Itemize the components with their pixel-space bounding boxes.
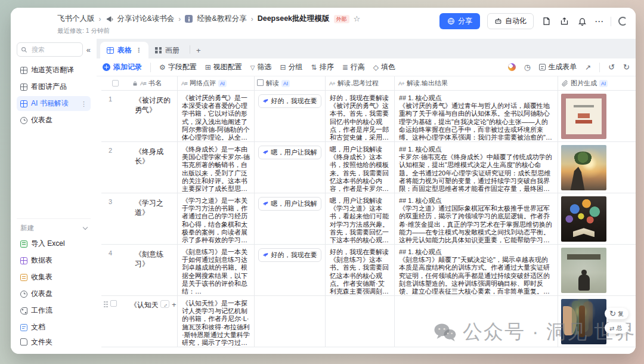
cell-image[interactable] bbox=[558, 142, 630, 193]
generated-image[interactable] bbox=[561, 299, 606, 344]
cell-title[interactable]: 《认知天性》 bbox=[129, 296, 178, 347]
cell-review[interactable]: 《终身成长》是一本由美国心理学家卡罗尔-德韦克所著的畅销书，自出版以来，受到了广… bbox=[178, 142, 255, 193]
new-item-datatable[interactable]: 数据表 bbox=[17, 253, 91, 268]
cell-jiedu[interactable]: 嗯，用户让我解读... bbox=[255, 142, 326, 193]
sidebar-item-product[interactable]: 看图讲产品 bbox=[17, 79, 91, 94]
plus-icon[interactable] bbox=[172, 300, 177, 309]
cell-output[interactable]: ## 1. 核心观点 《学习之道》通过国际象棋冠军和太极推手世界冠军的双重经历，… bbox=[395, 193, 558, 244]
cell-title[interactable]: 《终身成长》 bbox=[129, 142, 178, 193]
cell-output[interactable]: ## 1. 核心观点 《刻意练习》颠覆了"天赋决定论"，揭示卓越表现的本质是高度… bbox=[395, 245, 558, 295]
new-item-form[interactable]: 收集表 bbox=[17, 270, 91, 285]
undo-icon[interactable] bbox=[608, 63, 615, 71]
row-selector[interactable]: 1 bbox=[101, 91, 129, 141]
group-button[interactable]: 分组 bbox=[280, 62, 303, 72]
cell-jiedu[interactable] bbox=[255, 296, 326, 347]
column-header-image[interactable]: 图片生成 AI bbox=[558, 76, 630, 90]
quick-action-summarize[interactable]: 总 bbox=[605, 322, 628, 334]
cell-title[interactable]: 《学习之道》 bbox=[129, 193, 178, 244]
new-item-dashboard[interactable]: 仪表盘 bbox=[17, 286, 91, 301]
generate-form-button[interactable]: 生成表单 bbox=[539, 62, 577, 72]
column-header-review[interactable]: A≡ 网络点评 AI bbox=[178, 76, 255, 90]
open-external-icon[interactable] bbox=[559, 16, 569, 27]
row-selector[interactable] bbox=[101, 296, 129, 347]
new-item-import-excel[interactable]: 导入 Excel bbox=[17, 236, 91, 251]
search-input[interactable] bbox=[30, 45, 66, 54]
fill-color-button[interactable]: 填色 bbox=[373, 62, 395, 72]
redo-icon[interactable] bbox=[623, 63, 630, 71]
more-icon[interactable] bbox=[135, 46, 142, 54]
sidebar-item-dashboard[interactable]: 仪表盘 bbox=[17, 113, 91, 128]
cell-review[interactable]: 《学习之道》是一本关于学习方法的书籍，作者通过自己的学习经历和心得，结合象棋和太… bbox=[178, 193, 255, 244]
ai-result-chip[interactable]: 好的，我现在要解... bbox=[258, 248, 321, 262]
quick-action-copy[interactable]: 复 bbox=[605, 308, 628, 319]
cell-output[interactable]: ## 1. 核心观点 卡罗尔·德韦克在《终身成长》中颠覆了传统成功学的认知框架，… bbox=[395, 142, 558, 193]
drag-handle-icon[interactable] bbox=[104, 301, 108, 308]
docs-icon[interactable] bbox=[541, 16, 552, 27]
avatar-ring-icon[interactable] bbox=[618, 17, 627, 26]
cell-review[interactable]: 《被讨厌的勇气》是一本深受读者喜爱的心理学书籍，它以对话的形式，深入浅出地阐述了… bbox=[178, 91, 255, 141]
sort-button[interactable]: 排序 bbox=[311, 62, 334, 72]
more-icon[interactable] bbox=[80, 100, 87, 108]
ai-result-chip[interactable]: 嗯，用户让我解读... bbox=[258, 197, 321, 211]
cell-image[interactable] bbox=[558, 245, 630, 295]
document-title[interactable]: Deepseek批处理模版 bbox=[258, 14, 330, 24]
share-view-icon[interactable] bbox=[585, 64, 591, 71]
star-icon[interactable] bbox=[354, 14, 361, 23]
column-header-title[interactable]: A≡ 书名 bbox=[129, 76, 178, 90]
cell-output[interactable]: ## 1. 核心观点 《被讨厌的勇气》通过青年与哲人的对话，颠覆性地重构了关于幸… bbox=[395, 91, 558, 141]
column-header-jiedu[interactable]: 解读 AI bbox=[255, 76, 326, 90]
collapse-sidebar-icon[interactable] bbox=[86, 44, 91, 55]
generated-image[interactable] bbox=[561, 196, 606, 242]
generated-image[interactable] bbox=[561, 145, 606, 190]
row-checkbox[interactable] bbox=[110, 300, 117, 307]
tab-grid-view[interactable]: 表格 bbox=[100, 42, 148, 58]
cell-thinking[interactable]: 嗯，用户让我解读《学习之道》这本书，看起来他们可能对学习方法感兴趣。首先，我需要… bbox=[326, 193, 395, 244]
search-box[interactable] bbox=[17, 42, 83, 57]
new-item-folder[interactable]: 文件夹 bbox=[17, 337, 91, 347]
cell-review[interactable]: 《刻意练习》是一本关于如何通过刻意练习达到卓越成就的书籍。根据全网搜索结果，以下… bbox=[178, 245, 255, 295]
sidebar-item-translate[interactable]: 地道英语翻译 bbox=[17, 63, 91, 78]
cell-jiedu[interactable]: 好的，我现在要解... bbox=[255, 91, 326, 141]
row-selector[interactable]: 2 bbox=[101, 142, 129, 193]
ai-result-chip[interactable]: 好的，我现在要解... bbox=[258, 94, 321, 108]
field-config-button[interactable]: 字段配置 bbox=[159, 62, 197, 72]
tab-gallery-view[interactable]: 画册 bbox=[148, 42, 186, 58]
select-all-checkbox[interactable] bbox=[112, 80, 119, 87]
generated-image[interactable] bbox=[561, 248, 606, 293]
row-height-button[interactable]: 行高 bbox=[342, 62, 365, 72]
cell-thinking[interactable]: 嗯，用户让我解读《终身成长》这本书，按照他给的模板来。首先，我需要回忆这本书的核… bbox=[326, 142, 395, 193]
filter-button[interactable]: 筛选 bbox=[250, 62, 272, 72]
cell-thinking[interactable] bbox=[326, 296, 395, 347]
new-item-workflow[interactable]: 工作流 bbox=[17, 303, 91, 318]
row-selector[interactable]: 4 bbox=[101, 245, 129, 295]
cell-review[interactable]: 《认知天性》是一本探讨人类学习与记忆机制的书籍，作者丹尼尔·L·施瓦茨和彼得·布… bbox=[178, 296, 255, 347]
column-header-thinking[interactable]: A+ 解读.思考过程 bbox=[326, 76, 395, 90]
ai-result-chip[interactable]: 嗯，用户让我解读... bbox=[258, 146, 321, 159]
share-button[interactable]: 分享 bbox=[439, 13, 480, 29]
cell-image[interactable] bbox=[558, 91, 630, 141]
add-view-button[interactable] bbox=[196, 45, 201, 55]
sidebar-item-ai-books[interactable]: AI 书籍解读 bbox=[17, 96, 91, 111]
view-config-button[interactable]: 视图配置 bbox=[205, 62, 242, 72]
cell-thinking[interactable]: 好的，我现在要解读《刻意练习》这本书。首先，我需要回忆这本书的核心观点。作者安德… bbox=[326, 245, 395, 295]
row-selector[interactable]: 3 bbox=[101, 193, 129, 244]
cell-thinking[interactable]: 好的，我现在要解读《被讨厌的勇气》这本书。首先，我需要回忆书中的核心观点，作者是… bbox=[326, 91, 395, 141]
breadcrumb-folder[interactable]: 经验&教程分享 bbox=[197, 14, 246, 24]
breadcrumb-space[interactable]: 分享讨论&读书会 bbox=[117, 14, 175, 24]
chevron-down-icon[interactable] bbox=[83, 225, 88, 230]
cell-jiedu[interactable]: 好的，我现在要解... bbox=[255, 245, 326, 295]
cell-title[interactable]: 《刻意练习》 bbox=[129, 245, 178, 295]
cell-image[interactable] bbox=[558, 193, 630, 244]
breadcrumb-home[interactable]: 飞书个人版 bbox=[57, 14, 95, 24]
notification-bell-icon[interactable] bbox=[577, 16, 587, 27]
cell-title[interactable]: 《被讨厌的勇气》 bbox=[129, 91, 178, 141]
cell-output[interactable] bbox=[395, 296, 558, 347]
more-icon[interactable] bbox=[595, 16, 603, 27]
add-record-button[interactable]: 添加记录 bbox=[103, 62, 142, 72]
column-header-output[interactable]: A+ 解读.输出结果 bbox=[395, 76, 558, 90]
cell-jiedu[interactable]: 嗯，用户让我解读... bbox=[255, 193, 326, 244]
ai-assistant-icon[interactable] bbox=[508, 63, 516, 71]
automation-button[interactable]: 自动化 bbox=[487, 13, 534, 29]
generated-image[interactable] bbox=[561, 94, 606, 139]
new-item-doc[interactable]: 文档 bbox=[17, 320, 91, 335]
